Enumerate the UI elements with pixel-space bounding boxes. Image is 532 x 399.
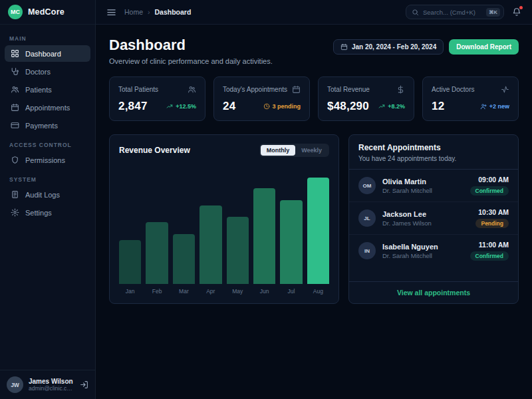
activity-icon <box>501 85 509 94</box>
breadcrumb-home[interactable]: Home <box>124 8 143 16</box>
appointment-time: 09:00 AM <box>470 176 509 184</box>
sidebar-item-label: Settings <box>25 209 52 217</box>
date-range-button[interactable]: Jan 20, 2024 - Feb 20, 2024 <box>333 39 444 55</box>
sidebar-item-audit-logs[interactable]: Audit Logs <box>5 186 90 203</box>
appointment-info: Olivia MartinDr. Sarah Mitchell <box>382 178 464 194</box>
bar-feb <box>146 222 168 284</box>
sidebar-item-appointments[interactable]: Appointments <box>5 99 90 116</box>
toggle-weekly[interactable]: Weekly <box>295 145 328 156</box>
topbar-right: Search... (Cmd+K) ⌘K <box>406 5 521 19</box>
bar-may <box>227 217 249 284</box>
appointment-time-status: 11:00 AMConfirmed <box>470 241 509 261</box>
stat-value: 24 <box>223 100 235 113</box>
page-header: Dashboard Overview of clinic performance… <box>109 37 519 65</box>
bar-jun <box>253 188 275 284</box>
view-all-appointments-link[interactable]: View all appointments <box>349 281 518 303</box>
appointment-time-status: 10:30 AMPending <box>475 208 509 228</box>
status-badge: Confirmed <box>470 251 509 261</box>
x-tick-label: May <box>227 288 249 295</box>
appointment-row[interactable]: INIsabella NguyenDr. Sarah Mitchell11:00… <box>349 235 518 267</box>
stat-meta: +2 new <box>480 103 509 110</box>
credit-card-icon <box>11 121 19 130</box>
stat-label: Total Patients <box>118 86 158 93</box>
shield-icon <box>11 156 19 164</box>
calendar-icon <box>340 43 348 51</box>
sidebar-user[interactable]: JW James Wilson admin@clinic.com <box>0 370 95 399</box>
keyboard-shortcut-badge: ⌘K <box>486 8 500 17</box>
stat-card-active-doctors: Active Doctors12+2 new <box>422 76 519 121</box>
calendar-icon <box>292 85 301 94</box>
x-tick-label: Mar <box>173 288 195 295</box>
search-icon <box>412 9 419 16</box>
dollar-icon <box>396 85 405 94</box>
x-tick-label: Apr <box>200 288 221 295</box>
stat-meta-label: +12.5% <box>176 103 196 110</box>
topbar: Home › Dashboard Search... (Cmd+K) ⌘K <box>96 0 532 25</box>
chart-title: Revenue Overview <box>119 146 190 155</box>
date-range-label: Jan 20, 2024 - Feb 20, 2024 <box>352 43 436 51</box>
sidebar-item-doctors[interactable]: Doctors <box>5 63 90 80</box>
avatar: IN <box>358 242 376 259</box>
stat-label: Active Doctors <box>432 86 474 93</box>
sidebar-item-label: Doctors <box>25 68 51 76</box>
chart-header: Revenue Overview MonthlyWeekly <box>119 144 329 157</box>
user-name: James Wilson <box>29 378 74 385</box>
stat-card-today-s-appointments: Today's Appointments243 pending <box>213 76 310 121</box>
stethoscope-icon <box>11 67 19 76</box>
sidebar-item-label: Patients <box>25 86 52 94</box>
sidebar-item-payments[interactable]: Payments <box>5 117 90 134</box>
bar-mar <box>173 234 195 284</box>
x-tick-label: Jul <box>280 288 302 295</box>
appointment-row[interactable]: OMOlivia MartinDr. Sarah Mitchell09:00 A… <box>349 170 518 202</box>
users-icon <box>11 85 19 94</box>
header-actions: Jan 20, 2024 - Feb 20, 2024 Download Rep… <box>333 39 519 55</box>
appointment-time-status: 09:00 AMConfirmed <box>470 176 509 196</box>
bar-chart-x-labels: JanFebMarAprMayJunJulAug <box>119 288 329 295</box>
stat-value: $48,290 <box>327 100 369 113</box>
sidebar-item-label: Permissions <box>25 156 65 164</box>
appointment-time: 10:30 AM <box>475 208 509 216</box>
download-report-button[interactable]: Download Report <box>449 39 519 55</box>
trend-up-icon <box>166 103 173 110</box>
brand-logo: MC <box>8 5 23 19</box>
sidebar-item-patients[interactable]: Patients <box>5 81 90 98</box>
stat-meta-label: 3 pending <box>273 103 301 110</box>
bar-jul <box>280 200 302 284</box>
sidebar-item-settings[interactable]: Settings <box>5 204 90 221</box>
bar-aug <box>307 178 329 284</box>
users-icon <box>188 85 196 94</box>
stat-label: Today's Appointments <box>223 86 287 93</box>
dashboard-content: Dashboard Overview of clinic performance… <box>96 25 532 399</box>
stat-meta-label: +2 new <box>489 103 509 110</box>
nav-section-label: ACCESS CONTROL <box>9 142 86 148</box>
x-tick-label: Aug <box>307 288 329 295</box>
page-subtitle: Overview of clinic performance and daily… <box>109 57 273 65</box>
brand: MC MedCore <box>0 0 95 25</box>
main-column: Home › Dashboard Search... (Cmd+K) ⌘K Da… <box>96 0 532 399</box>
bar-jan <box>119 240 141 284</box>
stat-card-total-patients: Total Patients2,847+12.5% <box>109 76 205 121</box>
breadcrumb: Home › Dashboard <box>124 8 191 16</box>
toggle-monthly[interactable]: Monthly <box>261 145 296 156</box>
notifications-button[interactable] <box>512 7 521 17</box>
x-tick-label: Jan <box>119 288 141 295</box>
sidebar-item-dashboard[interactable]: Dashboard <box>5 45 90 62</box>
doctor-name: Dr. James Wilson <box>382 219 469 227</box>
patient-name: Olivia Martin <box>382 178 464 186</box>
appointment-time: 11:00 AM <box>470 241 509 249</box>
appointment-row[interactable]: JLJackson LeeDr. James Wilson10:30 AMPen… <box>349 202 518 235</box>
status-badge: Confirmed <box>470 186 509 196</box>
stat-meta: 3 pending <box>263 103 301 110</box>
bar-chart <box>119 165 329 284</box>
menu-icon[interactable] <box>106 7 116 17</box>
breadcrumb-separator: › <box>148 8 150 16</box>
stat-meta: +12.5% <box>166 103 196 110</box>
user-meta: James Wilson admin@clinic.com <box>29 378 74 392</box>
logout-icon[interactable] <box>80 380 88 389</box>
grid-icon <box>11 49 19 58</box>
sidebar-item-permissions[interactable]: Permissions <box>5 152 90 168</box>
sidebar-item-label: Dashboard <box>25 50 61 58</box>
gear-icon <box>11 208 19 217</box>
sidebar-item-label: Audit Logs <box>25 191 60 199</box>
search-input[interactable]: Search... (Cmd+K) ⌘K <box>406 5 504 19</box>
